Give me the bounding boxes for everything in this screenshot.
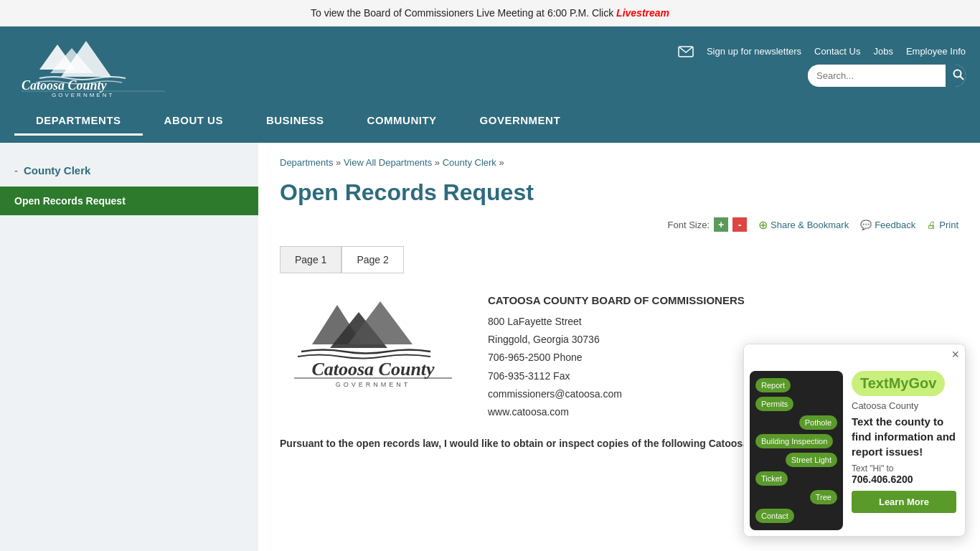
- font-decrease-button[interactable]: -: [732, 217, 747, 232]
- county-info: CATOOSA COUNTY BOARD OF COMMISSIONERS 80…: [488, 291, 745, 421]
- phone-btn-contact: Contact: [755, 509, 794, 523]
- phone-btn-tree: Tree: [810, 490, 837, 504]
- breadcrumb-departments[interactable]: Departments: [280, 157, 333, 168]
- main-nav: DEPARTMENTS ABOUT US BUSINESS COMMUNITY …: [14, 107, 966, 136]
- alert-banner: To view the Board of Commissioners Live …: [0, 0, 980, 27]
- fax: 706-935-3112 Fax: [488, 367, 745, 385]
- nav-business[interactable]: BUSINESS: [245, 107, 346, 136]
- svg-text:Catoosa County: Catoosa County: [311, 359, 435, 380]
- sidebar-county-clerk[interactable]: County Clerk: [24, 164, 90, 176]
- svg-point-7: [954, 70, 961, 77]
- header-links: Sign up for newsletters Contact Us Jobs …: [678, 46, 966, 57]
- tab-page-2[interactable]: Page 2: [341, 246, 403, 273]
- header-right: Sign up for newsletters Contact Us Jobs …: [678, 46, 966, 87]
- breadcrumb-county-clerk[interactable]: County Clerk: [443, 157, 496, 168]
- site-header: Catoosa County GOVERNMENT Sign up for ne…: [0, 27, 980, 143]
- svg-text:GOVERNMENT: GOVERNMENT: [336, 381, 411, 388]
- county-seal-logo: Catoosa County GOVERNMENT: [280, 291, 466, 391]
- nav-about-us[interactable]: ABOUT US: [143, 107, 245, 136]
- county-logo-area: Catoosa County GOVERNMENT: [280, 291, 466, 393]
- popup-close-button[interactable]: ×: [951, 347, 959, 362]
- sidebar-open-records[interactable]: Open Records Request: [0, 187, 258, 215]
- phone-btn-building: Building Inspection: [755, 434, 833, 448]
- popup-text-area: TextMyGov Catoosa County Text the county…: [849, 365, 965, 536]
- nav-government[interactable]: GOVERNMENT: [458, 107, 583, 136]
- sidebar-title: - County Clerk: [0, 157, 258, 184]
- breadcrumb-view-all[interactable]: View All Departments: [344, 157, 432, 168]
- email-icon: [678, 46, 694, 57]
- popup-brand: TextMyGov: [852, 371, 945, 396]
- share-bookmark-button[interactable]: ⊕ Share & Bookmark: [758, 218, 849, 232]
- popup-desc: Text the county to find information and …: [852, 414, 956, 459]
- catoosa-logo: Catoosa County GOVERNMENT: [14, 34, 172, 98]
- font-increase-button[interactable]: +: [714, 217, 728, 232]
- textmygov-popup: × Report Permits Pothole Building Inspec…: [743, 344, 966, 537]
- page-title: Open Records Request: [280, 179, 958, 206]
- logo-area: Catoosa County GOVERNMENT: [14, 34, 172, 98]
- breadcrumb: Departments » View All Departments » Cou…: [280, 157, 958, 168]
- toolbar: Font Size: + - ⊕ Share & Bookmark 💬 Feed…: [280, 217, 958, 232]
- nav-departments[interactable]: DEPARTMENTS: [14, 107, 143, 136]
- svg-text:GOVERNMENT: GOVERNMENT: [52, 92, 114, 98]
- email: commissioners@catoosa.com: [488, 385, 745, 403]
- phone-btn-streetlight: Street Light: [786, 453, 837, 467]
- font-size-controls: Font Size: + -: [668, 217, 748, 232]
- page-tabs: Page 1 Page 2: [280, 246, 958, 273]
- phone-btn-ticket: Ticket: [755, 471, 788, 486]
- svg-text:Catoosa County: Catoosa County: [22, 78, 108, 93]
- search-input[interactable]: [808, 66, 946, 85]
- print-icon: 🖨: [927, 220, 936, 230]
- phone-btn-permits: Permits: [755, 397, 793, 411]
- phone-btn-report: Report: [755, 378, 791, 392]
- livestream-link[interactable]: Livestream: [616, 7, 669, 19]
- popup-county: Catoosa County: [852, 400, 956, 411]
- phone-mockup: Report Permits Pothole Building Inspecti…: [750, 371, 843, 530]
- address-line1: 800 LaFayette Street: [488, 313, 745, 331]
- svg-line-8: [961, 76, 964, 80]
- feedback-button[interactable]: 💬 Feedback: [860, 220, 915, 230]
- font-size-label: Font Size:: [668, 220, 710, 230]
- search-button[interactable]: [946, 65, 966, 87]
- sidebar-dash: -: [14, 164, 18, 176]
- contact-link[interactable]: Contact Us: [814, 46, 860, 57]
- learn-more-button[interactable]: Learn More: [852, 491, 956, 513]
- popup-instruction: Text "Hi" to 706.406.6200: [852, 463, 956, 485]
- tab-page-1[interactable]: Page 1: [280, 246, 341, 273]
- nav-community[interactable]: COMMUNITY: [346, 107, 458, 136]
- alert-text: To view the Board of Commissioners Live …: [311, 7, 616, 19]
- jobs-link[interactable]: Jobs: [873, 46, 892, 57]
- phone-btn-pothole: Pothole: [799, 415, 837, 430]
- share-icon: ⊕: [758, 218, 768, 232]
- popup-header: ×: [744, 344, 965, 365]
- newsletter-link[interactable]: Sign up for newsletters: [707, 46, 801, 57]
- popup-body: Report Permits Pothole Building Inspecti…: [744, 365, 965, 536]
- phone: 706-965-2500 Phone: [488, 349, 745, 367]
- sidebar: - County Clerk Open Records Request: [0, 143, 258, 551]
- employee-info-link[interactable]: Employee Info: [906, 46, 966, 57]
- print-button[interactable]: 🖨 Print: [927, 220, 958, 230]
- search-box: [808, 65, 966, 87]
- website: www.catoosa.com: [488, 403, 745, 421]
- feedback-icon: 💬: [860, 220, 872, 230]
- org-name: CATOOSA COUNTY BOARD OF COMMISSIONERS: [488, 291, 745, 310]
- address-line2: Ringgold, Georgia 30736: [488, 331, 745, 349]
